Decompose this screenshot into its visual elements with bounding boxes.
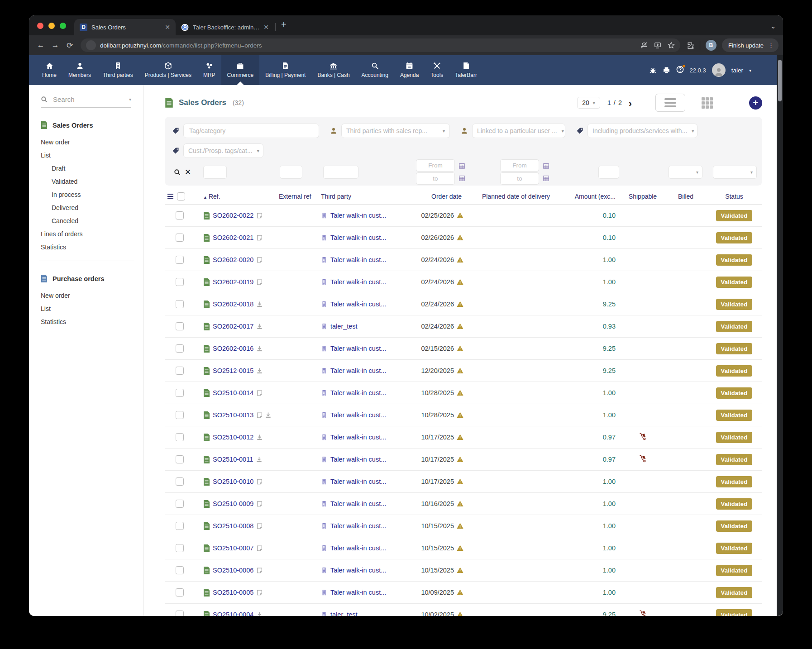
third-party-link[interactable]: Taler walk-in cust... [330,478,386,485]
order-ref-link[interactable]: SO2510-0014 [213,389,253,396]
note-icon[interactable] [256,567,263,574]
search-input[interactable] [52,95,111,104]
clear-search-icon[interactable]: ✕ [185,168,191,176]
col-status[interactable]: Status [706,193,762,200]
col-ref[interactable]: ▲Ref. [201,193,277,200]
nav-item-third-parties[interactable]: Third parties [97,55,139,85]
tag-category-input[interactable] [188,127,314,135]
print-icon[interactable] [663,67,670,74]
extensions-icon[interactable] [687,42,694,49]
note-icon[interactable] [256,390,263,396]
note-icon[interactable] [256,501,263,507]
zoom-window-button[interactable] [60,23,66,29]
order-ref-link[interactable]: SO2602-0017 [213,323,253,330]
nav-item-billing-payment[interactable]: Billing | Payment [259,55,311,85]
customer-tags-select[interactable]: Cust./Prosp. tags/cat...▾ [183,143,263,158]
note-icon[interactable] [256,523,263,530]
order-date-to-input[interactable] [416,172,455,185]
download-icon[interactable] [265,412,272,419]
user-menu[interactable]: taler [731,67,743,74]
finish-update-button[interactable]: Finish update⋮ [722,38,779,52]
nav-item-tools[interactable]: Tools [425,55,449,85]
sales-rep-select[interactable]: Third parties with sales rep...▾ [341,124,450,138]
close-tab-icon[interactable]: ✕ [263,24,269,31]
sidebar-item-list[interactable]: List [41,148,143,162]
download-icon[interactable] [256,434,263,441]
third-party-link[interactable]: Taler walk-in cust... [330,278,386,286]
order-ref-link[interactable]: SO2510-0007 [213,544,253,552]
delivery-date-to-input[interactable] [500,172,539,185]
sidebar-item-statistics[interactable]: Statistics [41,240,143,253]
calendar-icon[interactable] [543,163,549,169]
notifications-blocked-icon[interactable] [640,42,648,49]
row-checkbox[interactable] [176,344,184,353]
note-icon[interactable] [256,257,263,263]
grid-view-icon[interactable] [702,97,713,109]
amount-value[interactable]: 1.00 [603,500,616,507]
third-party-link[interactable]: Taler walk-in cust... [330,345,386,352]
shippable-icon[interactable] [639,610,647,616]
third-party-link[interactable]: Taler walk-in cust... [330,411,386,419]
col-third-party[interactable]: Third party [319,193,419,200]
row-checkbox[interactable] [176,211,184,220]
amount-value[interactable]: 9.25 [603,611,616,616]
sidebar-item-canceled[interactable]: Canceled [41,214,143,227]
col-planned-delivery[interactable]: Planned date of delivery [466,193,566,200]
user-menu-caret-icon[interactable]: ▾ [749,68,751,73]
status-filter-select[interactable]: ▾ [713,166,757,179]
nav-item-commerce[interactable]: Commerce [221,55,260,85]
amount-value[interactable]: 0.10 [603,212,616,219]
row-checkbox[interactable] [176,256,184,264]
col-external-ref[interactable]: External ref [277,193,319,200]
sidebar-item-delivered[interactable]: Delivered [41,201,143,214]
nav-item-banks-cash[interactable]: Banks | Cash [311,55,355,85]
row-checkbox[interactable] [176,300,184,308]
next-page-button[interactable]: › [629,98,632,108]
select-all-checkbox[interactable] [177,192,185,200]
third-party-link[interactable]: Taler walk-in cust... [330,567,386,574]
nav-item-members[interactable]: Members [62,55,97,85]
order-ref-link[interactable]: SO2602-0020 [213,256,253,263]
third-party-link[interactable]: Taler walk-in cust... [330,456,386,463]
note-icon[interactable] [256,234,263,241]
run-search-icon[interactable] [174,169,181,176]
amount-value[interactable]: 1.00 [603,389,616,396]
debug-bug-icon[interactable] [649,67,657,74]
order-ref-link[interactable]: SO2602-0018 [213,301,253,308]
tab-search-icon[interactable]: ⌄ [770,23,776,30]
window-controls[interactable] [37,23,66,29]
row-checkbox[interactable] [176,477,184,486]
amount-value[interactable]: 0.97 [603,456,616,463]
row-checkbox[interactable] [176,433,184,441]
amount-value[interactable]: 1.00 [603,278,616,286]
row-checkbox[interactable] [176,234,184,242]
nav-item-mrp[interactable]: MRP [197,55,221,85]
note-icon[interactable] [256,412,263,419]
nav-item-talerbarr[interactable]: TalerBarr [449,55,483,85]
search-caret-icon[interactable]: ▾ [129,97,131,102]
row-checkbox[interactable] [176,611,184,616]
row-checkbox[interactable] [176,367,184,375]
browser-profile-avatar[interactable]: B [706,40,716,51]
nav-item-products-services[interactable]: Products | Services [139,55,197,85]
order-ref-link[interactable]: SO2510-0011 [213,456,253,463]
sidebar-item-lines-of-orders[interactable]: Lines of orders [41,227,143,240]
calendar-icon[interactable] [543,175,549,181]
amount-value[interactable]: 9.25 [603,345,616,352]
delivery-date-from-input[interactable] [500,159,539,172]
third-party-link[interactable]: Taler walk-in cust... [330,522,386,530]
amount-value[interactable]: 9.25 [603,367,616,374]
new-tab-button[interactable]: + [281,19,287,30]
third-party-link[interactable]: Taler walk-in cust... [330,256,386,263]
forward-button[interactable]: → [48,41,62,50]
select-fields-icon[interactable] [167,194,173,199]
sidebar-item-new-order[interactable]: New order [41,289,143,302]
download-icon[interactable] [256,345,263,352]
note-icon[interactable] [256,478,263,485]
amount-value[interactable]: 1.00 [603,478,616,485]
order-ref-link[interactable]: SO2510-0005 [213,589,253,596]
third-party-link[interactable]: taler_test [330,611,358,616]
third-party-filter-input[interactable] [323,166,358,179]
tab-taler-backoffice[interactable]: Taler Backoffice: admin: Orde ✕ [176,19,274,35]
order-ref-link[interactable]: SO2602-0016 [213,345,253,352]
